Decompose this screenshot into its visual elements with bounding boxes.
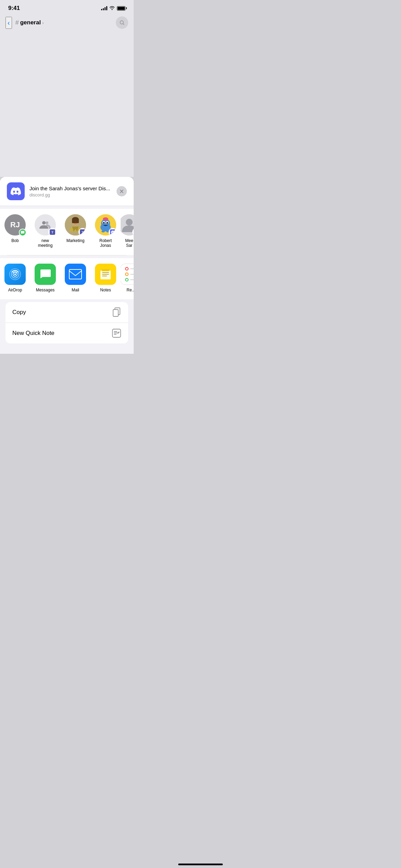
action-item-new-quick-note[interactable]: New Quick Note bbox=[5, 323, 128, 343]
app-name-notes: Notes bbox=[100, 288, 111, 292]
svg-point-18 bbox=[107, 222, 108, 224]
notes-symbol bbox=[99, 268, 112, 281]
svg-point-20 bbox=[101, 230, 105, 232]
messages-app-icon bbox=[35, 264, 56, 285]
svg-point-0 bbox=[120, 21, 123, 24]
mail-app-icon bbox=[65, 264, 86, 285]
svg-rect-39 bbox=[112, 329, 121, 337]
search-icon bbox=[119, 20, 125, 25]
contact-item-new-meeting[interactable]: T newmeeting bbox=[30, 214, 60, 248]
svg-text:T: T bbox=[51, 231, 53, 234]
people-icon bbox=[39, 220, 51, 230]
close-share-button[interactable] bbox=[117, 186, 127, 196]
share-contacts-row: RJ Bob bbox=[0, 209, 134, 255]
svg-text:T: T bbox=[82, 231, 84, 234]
app-name-airdrop: AirDrop bbox=[8, 288, 22, 292]
contact-name-new-meeting: newmeeting bbox=[38, 238, 53, 248]
contact-item-bob[interactable]: RJ Bob bbox=[0, 214, 30, 248]
chevron-right-icon: › bbox=[42, 20, 44, 25]
status-icons bbox=[101, 5, 125, 11]
app-item-airdrop[interactable]: AirDrop bbox=[0, 264, 30, 292]
svg-rect-38 bbox=[113, 310, 118, 316]
copy-icon bbox=[112, 308, 121, 317]
quick-note-icon bbox=[112, 328, 121, 338]
discord-badge-robert-jonas bbox=[109, 228, 116, 236]
share-preview-url: discord.gg bbox=[29, 192, 112, 197]
contact-name-marketing: Marketing bbox=[66, 238, 85, 243]
svg-rect-32 bbox=[100, 270, 111, 279]
teams-icon: T bbox=[50, 229, 55, 235]
svg-point-1 bbox=[42, 221, 46, 225]
apps-divider bbox=[7, 255, 127, 255]
app-name-messages: Messages bbox=[36, 288, 55, 292]
contact-name-meeting-sara: MeeSar bbox=[125, 238, 133, 248]
svg-point-19 bbox=[103, 217, 108, 221]
share-preview-text: Join the Sarah Jonas's server Dis... dis… bbox=[29, 185, 112, 198]
status-bar: 9:41 bbox=[0, 0, 134, 14]
search-button[interactable] bbox=[116, 16, 128, 29]
mail-symbol bbox=[69, 269, 82, 279]
svg-rect-9 bbox=[72, 219, 79, 223]
share-apps-row: AirDrop Messages Mail bbox=[0, 258, 134, 299]
message-icon bbox=[21, 230, 25, 234]
close-icon bbox=[120, 190, 123, 193]
action-label-new-quick-note: New Quick Note bbox=[12, 330, 54, 337]
wifi-icon bbox=[109, 5, 115, 11]
svg-point-2 bbox=[46, 221, 48, 224]
nav-bar: ‹ # general › bbox=[0, 14, 134, 33]
reminders-app-icon bbox=[121, 264, 134, 285]
app-name-mail: Mail bbox=[72, 288, 79, 292]
contact-avatar-meeting-sara: T bbox=[121, 214, 134, 236]
contact-name-robert-jonas: RobertJonas bbox=[99, 238, 112, 248]
back-button[interactable]: ‹ bbox=[5, 17, 12, 29]
svg-point-24 bbox=[126, 219, 133, 226]
channel-name: # general › bbox=[15, 19, 112, 26]
meeting-sara-avatar-image bbox=[121, 214, 134, 236]
contact-item-marketing[interactable]: T Marketing bbox=[60, 214, 90, 248]
contact-avatar-new-meeting: T bbox=[35, 214, 56, 236]
app-name-reminders: Re... bbox=[126, 288, 134, 292]
chat-content-area bbox=[0, 33, 134, 177]
contact-name-bob: Bob bbox=[11, 238, 19, 243]
action-label-copy: Copy bbox=[12, 309, 26, 316]
app-item-messages[interactable]: Messages bbox=[30, 264, 60, 292]
share-sheet: Join the Sarah Jonas's server Dis... dis… bbox=[0, 177, 134, 354]
svg-rect-31 bbox=[69, 269, 82, 279]
channel-title: general bbox=[20, 19, 41, 26]
app-item-mail[interactable]: Mail bbox=[60, 264, 90, 292]
contact-avatar-marketing: T bbox=[65, 214, 86, 236]
airdrop-app-icon bbox=[4, 264, 26, 285]
discord-app-icon bbox=[7, 182, 25, 200]
signal-icon bbox=[101, 6, 107, 10]
notes-app-icon bbox=[95, 264, 116, 285]
teams-badge-new-meeting: T bbox=[48, 228, 57, 236]
airdrop-symbol bbox=[8, 267, 22, 281]
status-time: 9:41 bbox=[8, 5, 20, 12]
teams-badge-marketing: T bbox=[78, 228, 86, 236]
action-list: Copy New Quick Note bbox=[5, 302, 128, 343]
action-item-copy[interactable]: Copy bbox=[5, 302, 128, 323]
svg-point-17 bbox=[103, 222, 105, 224]
app-item-notes[interactable]: Notes bbox=[90, 264, 121, 292]
svg-point-30 bbox=[14, 273, 16, 275]
contact-item-meeting-sara[interactable]: T MeeSar bbox=[121, 214, 134, 248]
teams-icon: T bbox=[80, 229, 85, 235]
share-preview-title: Join the Sarah Jonas's server Dis... bbox=[29, 185, 112, 192]
app-item-reminders[interactable]: Re... bbox=[121, 264, 134, 292]
contact-avatar-robert-jonas bbox=[95, 214, 116, 236]
messages-symbol bbox=[39, 268, 51, 280]
message-badge-bob bbox=[19, 229, 26, 236]
battery-icon bbox=[117, 6, 125, 11]
svg-rect-36 bbox=[102, 269, 109, 271]
contact-avatar-bob: RJ bbox=[4, 214, 26, 236]
share-preview: Join the Sarah Jonas's server Dis... dis… bbox=[0, 177, 134, 206]
contact-item-robert-jonas[interactable]: RobertJonas bbox=[90, 214, 121, 248]
hash-icon: # bbox=[15, 19, 19, 26]
discord-icon bbox=[110, 229, 116, 235]
discord-logo-icon bbox=[11, 186, 21, 196]
